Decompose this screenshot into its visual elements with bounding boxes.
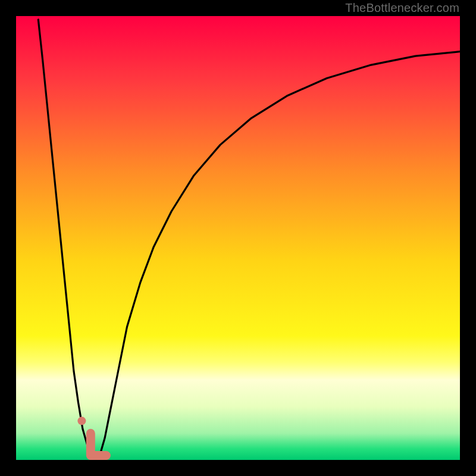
gradient-background bbox=[16, 16, 460, 460]
chart-frame: TheBottlenecker.com bbox=[0, 0, 476, 476]
plot-area bbox=[16, 16, 460, 460]
watermark-text: TheBottlenecker.com bbox=[345, 1, 459, 15]
data-point-dot bbox=[77, 416, 86, 425]
chart-svg bbox=[16, 16, 460, 460]
